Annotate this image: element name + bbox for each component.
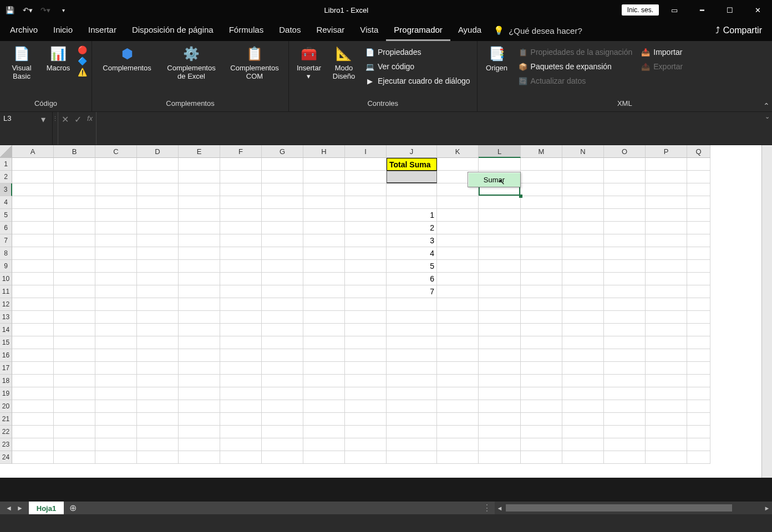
cell-P11[interactable] xyxy=(646,285,687,298)
cell-H13[interactable] xyxy=(303,311,345,324)
cell-Q7[interactable] xyxy=(687,234,710,247)
cell-K22[interactable] xyxy=(437,426,479,438)
cell-Q24[interactable] xyxy=(687,451,710,464)
cell-K4[interactable] xyxy=(437,196,479,209)
cell-I8[interactable] xyxy=(345,247,387,260)
cell-F23[interactable] xyxy=(220,438,262,451)
cell-O16[interactable] xyxy=(604,349,646,362)
cell-B23[interactable] xyxy=(54,438,95,451)
cell-D6[interactable] xyxy=(137,222,179,234)
cell-C16[interactable] xyxy=(95,349,137,362)
cell-N6[interactable] xyxy=(562,222,604,234)
col-header-L[interactable]: L xyxy=(479,145,521,158)
cell-C4[interactable] xyxy=(95,196,137,209)
origen-button[interactable]: 📑 Origen xyxy=(482,43,512,74)
col-header-A[interactable]: A xyxy=(12,145,54,158)
cell-O20[interactable] xyxy=(604,400,646,413)
cell-M19[interactable] xyxy=(521,387,562,400)
cell-L19[interactable] xyxy=(479,387,521,400)
cell-I4[interactable] xyxy=(345,196,387,209)
cell-P22[interactable] xyxy=(646,426,687,438)
cell-I11[interactable] xyxy=(345,285,387,298)
cell-O11[interactable] xyxy=(604,285,646,298)
cell-B18[interactable] xyxy=(54,375,95,387)
cell-M23[interactable] xyxy=(521,438,562,451)
cell-area[interactable]: Total Suma1234567Sumar↖ xyxy=(12,158,772,478)
cell-N19[interactable] xyxy=(562,387,604,400)
cell-J23[interactable] xyxy=(387,438,437,451)
cell-M18[interactable] xyxy=(521,375,562,387)
cell-B21[interactable] xyxy=(54,413,95,426)
cell-L5[interactable] xyxy=(479,209,521,222)
name-box[interactable]: ▾ xyxy=(0,112,53,145)
cell-A17[interactable] xyxy=(12,362,54,375)
cell-C22[interactable] xyxy=(95,426,137,438)
row-header-9[interactable]: 9 xyxy=(0,260,12,273)
cell-L15[interactable] xyxy=(479,336,521,349)
cell-G18[interactable] xyxy=(262,375,303,387)
tab-ayuda[interactable]: Ayuda xyxy=(450,20,489,41)
cell-J12[interactable] xyxy=(387,298,437,311)
cell-B7[interactable] xyxy=(54,234,95,247)
row-header-7[interactable]: 7 xyxy=(0,234,12,247)
cell-M9[interactable] xyxy=(521,260,562,273)
cell-I10[interactable] xyxy=(345,273,387,285)
cell-J3[interactable] xyxy=(387,183,437,196)
cell-I6[interactable] xyxy=(345,222,387,234)
cell-O23[interactable] xyxy=(604,438,646,451)
cell-I19[interactable] xyxy=(345,387,387,400)
cell-P7[interactable] xyxy=(646,234,687,247)
cell-P24[interactable] xyxy=(646,451,687,464)
col-header-P[interactable]: P xyxy=(646,145,687,158)
cell-L21[interactable] xyxy=(479,413,521,426)
cell-I1[interactable] xyxy=(345,158,387,171)
cell-F15[interactable] xyxy=(220,336,262,349)
cell-H16[interactable] xyxy=(303,349,345,362)
sheet-next-icon[interactable]: ► xyxy=(17,504,23,512)
cell-M1[interactable] xyxy=(521,158,562,171)
cell-A13[interactable] xyxy=(12,311,54,324)
cell-G7[interactable] xyxy=(262,234,303,247)
cell-D2[interactable] xyxy=(137,171,179,183)
cell-B14[interactable] xyxy=(54,324,95,336)
exportar-button[interactable]: 📤 Exportar xyxy=(639,61,685,72)
cell-H3[interactable] xyxy=(303,183,345,196)
cell-A14[interactable] xyxy=(12,324,54,336)
cell-D1[interactable] xyxy=(137,158,179,171)
cell-I18[interactable] xyxy=(345,375,387,387)
cell-H1[interactable] xyxy=(303,158,345,171)
row-header-2[interactable]: 2 xyxy=(0,171,12,183)
qat-customize-icon[interactable]: ▾ xyxy=(55,2,71,18)
macro-security-icon[interactable]: ⚠️ xyxy=(78,68,87,76)
cell-P17[interactable] xyxy=(646,362,687,375)
cell-P13[interactable] xyxy=(646,311,687,324)
vertical-scrollbar[interactable] xyxy=(761,145,772,478)
col-header-C[interactable]: C xyxy=(95,145,137,158)
cell-Q3[interactable] xyxy=(687,183,710,196)
cell-E13[interactable] xyxy=(179,311,220,324)
tab-formulas[interactable]: Fórmulas xyxy=(221,20,272,41)
modo-diseno-button[interactable]: 📐 Modo Diseño xyxy=(329,43,359,82)
cell-N4[interactable] xyxy=(562,196,604,209)
cell-J11[interactable]: 7 xyxy=(387,285,437,298)
cell-Q8[interactable] xyxy=(687,247,710,260)
col-header-B[interactable]: B xyxy=(54,145,95,158)
cell-M21[interactable] xyxy=(521,413,562,426)
record-macro-icon[interactable]: 🔴 xyxy=(78,45,87,54)
cell-G15[interactable] xyxy=(262,336,303,349)
cell-C9[interactable] xyxy=(95,260,137,273)
cell-A19[interactable] xyxy=(12,387,54,400)
cell-C24[interactable] xyxy=(95,451,137,464)
cell-A16[interactable] xyxy=(12,349,54,362)
cell-H24[interactable] xyxy=(303,451,345,464)
ejecutar-dialogo-button[interactable]: ▶ Ejecutar cuadro de diálogo xyxy=(363,75,473,86)
cell-F5[interactable] xyxy=(220,209,262,222)
cell-I7[interactable] xyxy=(345,234,387,247)
cell-F24[interactable] xyxy=(220,451,262,464)
cell-D21[interactable] xyxy=(137,413,179,426)
cell-H12[interactable] xyxy=(303,298,345,311)
cell-J13[interactable] xyxy=(387,311,437,324)
cell-F6[interactable] xyxy=(220,222,262,234)
cell-M4[interactable] xyxy=(521,196,562,209)
macros-button[interactable]: 📊 Macros xyxy=(43,43,73,74)
